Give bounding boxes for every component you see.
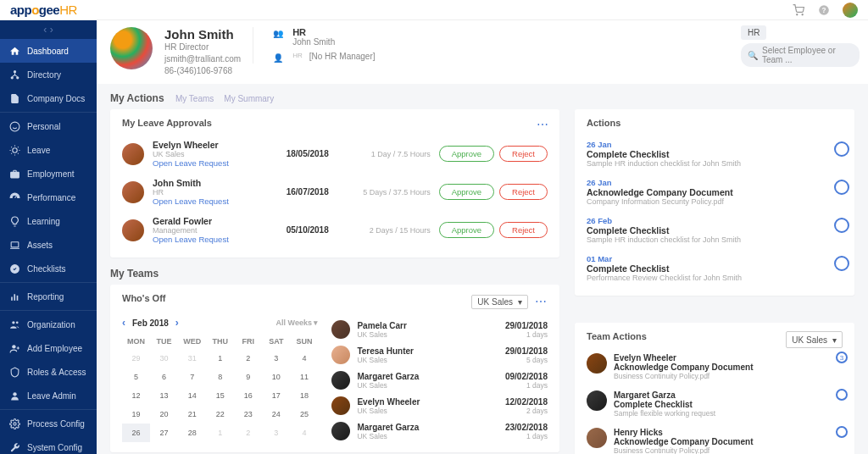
calendar-day[interactable]: 26 xyxy=(122,424,150,442)
calendar-day[interactable]: 24 xyxy=(262,405,290,424)
sidebar-item-organization[interactable]: Organization xyxy=(0,313,97,336)
action-circle-icon[interactable] xyxy=(834,218,849,233)
calendar-day[interactable]: 12 xyxy=(122,386,150,405)
reject-button[interactable]: Reject xyxy=(499,146,548,162)
action-item[interactable]: 26 FebComplete ChecklistSample HR induct… xyxy=(587,211,843,249)
leave-row: Gerald FowlerManagementOpen Leave Reques… xyxy=(122,211,548,249)
whos-off-row[interactable]: Margaret GarzaUK Sales09/02/20181 days xyxy=(331,368,548,393)
calendar-day[interactable]: 20 xyxy=(150,405,178,424)
calendar-day[interactable]: 6 xyxy=(150,368,178,386)
whos-off-row[interactable]: Pamela CarrUK Sales29/01/20181 days xyxy=(331,317,548,342)
calendar-day[interactable]: 19 xyxy=(122,405,150,424)
tab-my-teams[interactable]: My Teams xyxy=(175,94,214,103)
sidebar-item-dashboard[interactable]: Dashboard xyxy=(0,39,97,63)
calendar-day[interactable]: 11 xyxy=(290,368,318,386)
calendar-day[interactable]: 13 xyxy=(150,386,178,405)
whos-off-row[interactable]: Teresa HunterUK Sales29/01/20185 days xyxy=(331,342,548,368)
open-leave-link[interactable]: Open Leave Request xyxy=(153,235,278,244)
approve-button[interactable]: Approve xyxy=(439,146,494,162)
avatar xyxy=(122,143,144,165)
calendar-day[interactable]: 18 xyxy=(290,386,318,405)
calendar-day[interactable]: 27 xyxy=(150,424,178,442)
card-menu-icon[interactable]: ⋯ xyxy=(537,118,549,131)
avatar xyxy=(587,353,607,374)
calendar-day[interactable]: 1 xyxy=(206,349,234,368)
calendar-day[interactable]: 2 xyxy=(234,424,262,442)
calendar-day[interactable]: 8 xyxy=(206,368,234,386)
calendar-day[interactable]: 23 xyxy=(234,405,262,424)
team-action-row[interactable]: Margaret GarzaComplete ChecklistSample f… xyxy=(587,385,843,423)
action-item[interactable]: 26 JanAcknowledge Company DocumentCompan… xyxy=(587,173,843,211)
help-icon[interactable]: ? xyxy=(817,3,831,17)
sidebar-item-directory[interactable]: Directory xyxy=(0,63,97,86)
avatar[interactable] xyxy=(843,3,858,18)
whos-off-row[interactable]: Evelyn WheelerUK Sales12/02/20182 days xyxy=(331,393,548,418)
next-month-icon[interactable]: › xyxy=(175,317,179,329)
calendar-day[interactable]: 22 xyxy=(206,405,234,424)
avatar xyxy=(331,371,350,390)
sidebar-item-personal[interactable]: Personal xyxy=(0,114,97,138)
calendar-day[interactable]: 25 xyxy=(290,405,318,424)
action-circle-icon[interactable] xyxy=(834,180,849,195)
tab-my-summary[interactable]: My Summary xyxy=(224,94,274,103)
search-input[interactable]: 🔍 Select Employee or Team ... xyxy=(741,43,860,67)
team-action-row[interactable]: Henry HicksAcknowledge Company DocumentB… xyxy=(587,423,843,454)
sidebar-item-learning[interactable]: Learning xyxy=(0,209,97,233)
sidebar-item-system-config[interactable]: System Config xyxy=(0,435,97,454)
calendar-day[interactable]: 1 xyxy=(206,424,234,442)
sidebar-item-checklists[interactable]: Checklists xyxy=(0,257,97,280)
team-select[interactable]: UK Sales▾ xyxy=(471,295,528,309)
approve-button[interactable]: Approve xyxy=(439,222,494,238)
wrench-icon xyxy=(8,441,20,453)
calendar-day[interactable]: 17 xyxy=(262,386,290,405)
calendar-day[interactable]: 7 xyxy=(178,368,206,386)
sidebar-item-performance[interactable]: Performance xyxy=(0,185,97,209)
logo[interactable]: appogeeHR xyxy=(10,3,77,17)
user-icon xyxy=(8,390,20,401)
sidebar-item-assets[interactable]: Assets xyxy=(0,233,97,257)
sidebar-item-roles-access[interactable]: Roles & Access xyxy=(0,360,97,384)
action-circle-icon[interactable] xyxy=(834,256,849,271)
reject-button[interactable]: Reject xyxy=(499,184,548,200)
calendar-day[interactable]: 10 xyxy=(262,368,290,386)
sidebar-item-employment[interactable]: Employment xyxy=(0,162,97,185)
avatar xyxy=(587,390,607,411)
calendar-day[interactable]: 16 xyxy=(234,386,262,405)
open-leave-link[interactable]: Open Leave Request xyxy=(153,158,278,168)
calendar-day[interactable]: 29 xyxy=(122,349,150,368)
sidebar-item-process-config[interactable]: Process Config xyxy=(0,412,97,435)
calendar-day[interactable]: 31 xyxy=(178,349,206,368)
approve-button[interactable]: Approve xyxy=(439,184,494,200)
calendar-day[interactable]: 5 xyxy=(122,368,150,386)
search-icon: 🔍 xyxy=(748,51,758,60)
cart-icon[interactable] xyxy=(792,3,805,17)
calendar-day[interactable]: 30 xyxy=(150,349,178,368)
open-leave-link[interactable]: Open Leave Request xyxy=(153,197,278,206)
calendar-day[interactable]: 4 xyxy=(290,424,318,442)
collapse-icon[interactable]: ‹ › xyxy=(0,20,97,39)
action-item[interactable]: 26 JanComplete ChecklistSample HR induct… xyxy=(587,135,843,173)
action-circle-icon[interactable] xyxy=(834,141,849,157)
calendar-day[interactable]: 4 xyxy=(290,349,318,368)
team-action-row[interactable]: Evelyn WheelerAcknowledge Company Docume… xyxy=(587,348,843,385)
sidebar-item-reporting[interactable]: Reporting xyxy=(0,285,97,308)
action-item[interactable]: 01 MarComplete ChecklistPerformance Revi… xyxy=(587,249,843,287)
calendar-day[interactable]: 3 xyxy=(262,424,290,442)
calendar-day[interactable]: 3 xyxy=(262,349,290,368)
calendar-day[interactable]: 28 xyxy=(178,424,206,442)
calendar-day[interactable]: 15 xyxy=(206,386,234,405)
reject-button[interactable]: Reject xyxy=(499,222,548,238)
card-menu-icon[interactable]: ⋯ xyxy=(535,295,548,308)
prev-month-icon[interactable]: ‹ xyxy=(122,317,125,329)
calendar-day[interactable]: 2 xyxy=(234,349,262,368)
calendar-day[interactable]: 9 xyxy=(234,368,262,386)
sidebar-item-leave-admin[interactable]: Leave Admin xyxy=(0,384,97,407)
sidebar-item-add-employee[interactable]: Add Employee xyxy=(0,336,97,360)
team-select[interactable]: UK Sales▾ xyxy=(786,331,843,348)
calendar-day[interactable]: 21 xyxy=(178,405,206,424)
filter-chip[interactable]: HR xyxy=(741,25,766,40)
sidebar-item-company-docs[interactable]: Company Docs xyxy=(0,86,97,110)
calendar-day[interactable]: 14 xyxy=(178,386,206,405)
sidebar-item-leave[interactable]: Leave xyxy=(0,138,97,162)
whos-off-row[interactable]: Margaret GarzaUK Sales23/02/20181 days xyxy=(331,418,548,444)
